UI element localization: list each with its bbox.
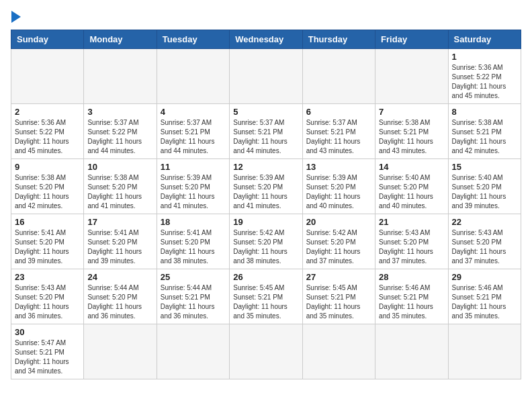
day-number: 6 — [306, 107, 371, 117]
calendar-cell: 13Sunrise: 5:39 AM Sunset: 5:20 PM Dayli… — [302, 159, 375, 214]
weekday-header-sunday: Sunday — [11, 30, 84, 49]
day-info: Sunrise: 5:38 AM Sunset: 5:20 PM Dayligh… — [87, 173, 152, 211]
calendar-cell: 29Sunrise: 5:46 AM Sunset: 5:21 PM Dayli… — [448, 269, 521, 324]
day-info: Sunrise: 5:47 AM Sunset: 5:21 PM Dayligh… — [15, 338, 80, 376]
calendar-week-row: 30Sunrise: 5:47 AM Sunset: 5:21 PM Dayli… — [11, 324, 521, 379]
day-info: Sunrise: 5:38 AM Sunset: 5:21 PM Dayligh… — [379, 118, 444, 156]
calendar-cell — [302, 49, 375, 104]
calendar-table: SundayMondayTuesdayWednesdayThursdayFrid… — [11, 30, 521, 379]
day-number: 18 — [161, 217, 226, 227]
weekday-header-wednesday: Wednesday — [230, 30, 302, 49]
day-info: Sunrise: 5:39 AM Sunset: 5:20 PM Dayligh… — [161, 173, 226, 211]
day-info: Sunrise: 5:43 AM Sunset: 5:20 PM Dayligh… — [379, 228, 444, 266]
day-number: 20 — [306, 217, 371, 227]
calendar-cell: 23Sunrise: 5:43 AM Sunset: 5:20 PM Dayli… — [11, 269, 84, 324]
day-number: 21 — [379, 217, 444, 227]
calendar-cell: 25Sunrise: 5:44 AM Sunset: 5:21 PM Dayli… — [157, 269, 229, 324]
day-info: Sunrise: 5:43 AM Sunset: 5:20 PM Dayligh… — [452, 228, 517, 266]
calendar-cell: 20Sunrise: 5:42 AM Sunset: 5:20 PM Dayli… — [302, 214, 375, 269]
calendar-cell: 15Sunrise: 5:40 AM Sunset: 5:20 PM Dayli… — [448, 159, 521, 214]
day-info: Sunrise: 5:44 AM Sunset: 5:20 PM Dayligh… — [87, 283, 152, 321]
day-number: 19 — [233, 217, 298, 227]
day-info: Sunrise: 5:46 AM Sunset: 5:21 PM Dayligh… — [452, 283, 517, 321]
day-info: Sunrise: 5:41 AM Sunset: 5:20 PM Dayligh… — [87, 228, 152, 266]
calendar-cell — [375, 49, 448, 104]
calendar-cell — [84, 49, 157, 104]
day-info: Sunrise: 5:45 AM Sunset: 5:21 PM Dayligh… — [306, 283, 371, 321]
calendar-week-row: 23Sunrise: 5:43 AM Sunset: 5:20 PM Dayli… — [11, 269, 521, 324]
calendar-cell: 30Sunrise: 5:47 AM Sunset: 5:21 PM Dayli… — [11, 324, 84, 379]
calendar-cell: 19Sunrise: 5:42 AM Sunset: 5:20 PM Dayli… — [230, 214, 302, 269]
day-number: 16 — [15, 217, 80, 227]
calendar-cell: 24Sunrise: 5:44 AM Sunset: 5:20 PM Dayli… — [84, 269, 157, 324]
day-number: 26 — [233, 272, 298, 282]
calendar-cell: 5Sunrise: 5:37 AM Sunset: 5:21 PM Daylig… — [230, 104, 302, 159]
day-number: 24 — [87, 272, 152, 282]
day-number: 1 — [452, 52, 517, 62]
day-number: 30 — [15, 327, 80, 337]
calendar-cell: 6Sunrise: 5:37 AM Sunset: 5:21 PM Daylig… — [302, 104, 375, 159]
header — [11, 11, 521, 23]
calendar-cell: 28Sunrise: 5:46 AM Sunset: 5:21 PM Dayli… — [375, 269, 448, 324]
day-info: Sunrise: 5:37 AM Sunset: 5:21 PM Dayligh… — [161, 118, 226, 156]
calendar-body: 1Sunrise: 5:36 AM Sunset: 5:22 PM Daylig… — [11, 49, 521, 379]
day-info: Sunrise: 5:40 AM Sunset: 5:20 PM Dayligh… — [452, 173, 517, 211]
day-number: 4 — [161, 107, 226, 117]
calendar-header: SundayMondayTuesdayWednesdayThursdayFrid… — [11, 30, 521, 49]
day-info: Sunrise: 5:36 AM Sunset: 5:22 PM Dayligh… — [15, 118, 80, 156]
day-info: Sunrise: 5:37 AM Sunset: 5:21 PM Dayligh… — [306, 118, 371, 156]
day-info: Sunrise: 5:37 AM Sunset: 5:22 PM Dayligh… — [87, 118, 152, 156]
day-info: Sunrise: 5:38 AM Sunset: 5:20 PM Dayligh… — [15, 173, 80, 211]
calendar-week-row: 16Sunrise: 5:41 AM Sunset: 5:20 PM Dayli… — [11, 214, 521, 269]
calendar-cell — [157, 49, 229, 104]
day-info: Sunrise: 5:41 AM Sunset: 5:20 PM Dayligh… — [15, 228, 80, 266]
day-number: 5 — [233, 107, 298, 117]
calendar-cell: 18Sunrise: 5:41 AM Sunset: 5:20 PM Dayli… — [157, 214, 229, 269]
day-number: 22 — [452, 217, 517, 227]
calendar-cell: 3Sunrise: 5:37 AM Sunset: 5:22 PM Daylig… — [84, 104, 157, 159]
logo-triangle-icon — [11, 11, 21, 23]
day-number: 12 — [233, 162, 298, 172]
day-info: Sunrise: 5:43 AM Sunset: 5:20 PM Dayligh… — [15, 283, 80, 321]
calendar-cell: 17Sunrise: 5:41 AM Sunset: 5:20 PM Dayli… — [84, 214, 157, 269]
day-number: 23 — [15, 272, 80, 282]
weekday-header-thursday: Thursday — [302, 30, 375, 49]
day-number: 28 — [379, 272, 444, 282]
weekday-header-tuesday: Tuesday — [157, 30, 229, 49]
weekday-header-monday: Monday — [84, 30, 157, 49]
day-number: 2 — [15, 107, 80, 117]
day-info: Sunrise: 5:39 AM Sunset: 5:20 PM Dayligh… — [306, 173, 371, 211]
day-info: Sunrise: 5:36 AM Sunset: 5:22 PM Dayligh… — [452, 63, 517, 101]
calendar-cell: 8Sunrise: 5:38 AM Sunset: 5:21 PM Daylig… — [448, 104, 521, 159]
calendar-cell — [11, 49, 84, 104]
calendar-cell: 1Sunrise: 5:36 AM Sunset: 5:22 PM Daylig… — [448, 49, 521, 104]
calendar-cell — [157, 324, 229, 379]
calendar-cell: 16Sunrise: 5:41 AM Sunset: 5:20 PM Dayli… — [11, 214, 84, 269]
day-info: Sunrise: 5:45 AM Sunset: 5:21 PM Dayligh… — [233, 283, 298, 321]
weekday-header-friday: Friday — [375, 30, 448, 49]
day-number: 10 — [87, 162, 152, 172]
day-info: Sunrise: 5:38 AM Sunset: 5:21 PM Dayligh… — [452, 118, 517, 156]
calendar-cell: 21Sunrise: 5:43 AM Sunset: 5:20 PM Dayli… — [375, 214, 448, 269]
day-info: Sunrise: 5:40 AM Sunset: 5:20 PM Dayligh… — [379, 173, 444, 211]
day-info: Sunrise: 5:37 AM Sunset: 5:21 PM Dayligh… — [233, 118, 298, 156]
calendar-cell: 10Sunrise: 5:38 AM Sunset: 5:20 PM Dayli… — [84, 159, 157, 214]
day-number: 15 — [452, 162, 517, 172]
day-info: Sunrise: 5:39 AM Sunset: 5:20 PM Dayligh… — [233, 173, 298, 211]
calendar-cell — [302, 324, 375, 379]
day-number: 27 — [306, 272, 371, 282]
day-number: 25 — [161, 272, 226, 282]
day-number: 13 — [306, 162, 371, 172]
day-info: Sunrise: 5:42 AM Sunset: 5:20 PM Dayligh… — [233, 228, 298, 266]
day-number: 9 — [15, 162, 80, 172]
calendar-cell: 2Sunrise: 5:36 AM Sunset: 5:22 PM Daylig… — [11, 104, 84, 159]
day-number: 7 — [379, 107, 444, 117]
calendar-cell: 9Sunrise: 5:38 AM Sunset: 5:20 PM Daylig… — [11, 159, 84, 214]
day-number: 3 — [87, 107, 152, 117]
day-info: Sunrise: 5:44 AM Sunset: 5:21 PM Dayligh… — [161, 283, 226, 321]
day-number: 11 — [161, 162, 226, 172]
day-info: Sunrise: 5:46 AM Sunset: 5:21 PM Dayligh… — [379, 283, 444, 321]
weekday-header-row: SundayMondayTuesdayWednesdayThursdayFrid… — [11, 30, 521, 49]
calendar-cell — [84, 324, 157, 379]
calendar-cell — [230, 324, 302, 379]
